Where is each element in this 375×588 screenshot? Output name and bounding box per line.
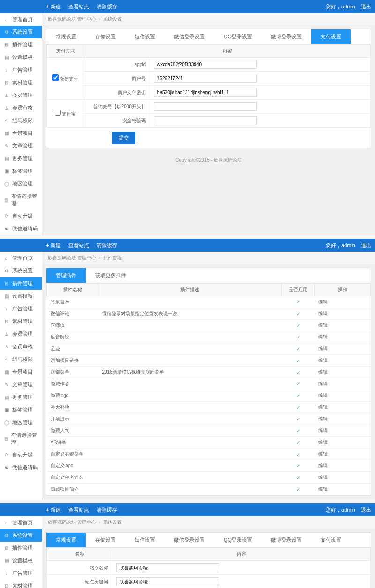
sidebar-item[interactable]: ⊞插件管理 [0, 542, 42, 554]
sidebar-item[interactable]: ◯地区管理 [0, 177, 42, 190]
clear-cache-link[interactable]: 清除缓存 [97, 507, 117, 514]
site-name-input[interactable] [116, 563, 219, 572]
plugin-name: 自定义作者姓名 [47, 472, 98, 484]
alipay-checkbox[interactable] [55, 110, 61, 116]
sidebar-item[interactable]: ☯微信邀请码 [0, 461, 42, 474]
tab[interactable]: 支付设置 [311, 533, 351, 547]
logout-link[interactable]: 退出 [361, 507, 371, 514]
sidebar-item[interactable]: ▤设置模板 [0, 290, 42, 302]
tab[interactable]: 常规设置 [46, 533, 86, 547]
edit-link[interactable]: 编辑 [318, 463, 328, 468]
sidebar-item[interactable]: ♪广告管理 [0, 64, 42, 76]
clear-cache-link[interactable]: 清除缓存 [97, 3, 117, 10]
tab[interactable]: 短信设置 [125, 29, 165, 44]
edit-link[interactable]: 编辑 [318, 369, 328, 375]
sidebar-item[interactable]: ♙会员审核 [0, 340, 42, 353]
tab[interactable]: 获取更多插件 [86, 268, 135, 283]
view-site-link[interactable]: 查看站点 [68, 3, 89, 10]
sidebar-item[interactable]: <组与权限 [0, 114, 42, 127]
panel-plugin-management: 新建 查看站点 清除缓存 您好，admin 退出 ⌂管理首页⚙系统设置⊞插件管理… [0, 239, 375, 500]
sidebar-item[interactable]: ▤财务管理 [0, 391, 42, 404]
new-button[interactable]: 新建 [46, 507, 61, 514]
greeting-text: 您好，admin [326, 3, 355, 10]
edit-link[interactable]: 编辑 [318, 486, 328, 492]
sign-account-input[interactable] [154, 102, 257, 111]
new-button[interactable]: 新建 [46, 3, 61, 10]
sidebar-item[interactable]: ⌂管理首页 [0, 13, 42, 26]
mchid-input[interactable] [154, 74, 257, 83]
sidebar-item[interactable]: ♙会员管理 [0, 328, 42, 340]
edit-link[interactable]: 编辑 [318, 334, 328, 339]
sidebar-item[interactable]: ⟳自动升级 [0, 210, 42, 222]
sidebar-icon: ⟳ [4, 213, 9, 219]
tab[interactable]: 微信登录设置 [165, 533, 214, 547]
sidebar-item[interactable]: ♙会员管理 [0, 89, 42, 102]
sidebar-item[interactable]: ◯地区管理 [0, 416, 42, 429]
tab[interactable]: 短信设置 [125, 533, 165, 547]
sidebar-item[interactable]: ⊡素材管理 [0, 315, 42, 328]
tab[interactable]: 微博登录设置 [262, 533, 311, 547]
sidebar-item[interactable]: ♪广告管理 [0, 567, 42, 580]
tab[interactable]: QQ登录设置 [214, 533, 262, 547]
edit-link[interactable]: 编辑 [318, 381, 328, 386]
edit-link[interactable]: 编辑 [318, 299, 328, 304]
tab[interactable]: 常规设置 [46, 29, 86, 44]
security-code-input[interactable] [154, 116, 257, 125]
sidebar-item[interactable]: ▤设置模板 [0, 51, 42, 64]
sidebar-item[interactable]: ✎文章管理 [0, 378, 42, 391]
tab[interactable]: 管理插件 [46, 268, 86, 283]
edit-link[interactable]: 编辑 [318, 323, 328, 328]
sidebar-item[interactable]: ⚙系统设置 [0, 529, 42, 542]
mchkey-input[interactable] [154, 88, 257, 97]
edit-link[interactable]: 编辑 [318, 393, 328, 398]
appid-input[interactable] [154, 60, 257, 69]
sidebar-item[interactable]: ⊡素材管理 [0, 76, 42, 89]
sidebar-item[interactable]: ⌂管理首页 [0, 252, 42, 265]
sidebar-item[interactable]: ⚙系统设置 [0, 265, 42, 277]
plugin-enabled-icon: ✓ [282, 472, 315, 484]
clear-cache-link[interactable]: 清除缓存 [97, 242, 117, 249]
view-site-link[interactable]: 查看站点 [68, 507, 89, 514]
sidebar-item[interactable]: ▣标签管理 [0, 404, 42, 416]
sidebar-item[interactable]: ☯微信邀请码 [0, 222, 42, 235]
edit-link[interactable]: 编辑 [318, 404, 328, 410]
logout-link[interactable]: 退出 [361, 242, 371, 249]
logout-link[interactable]: 退出 [361, 3, 371, 10]
sidebar-item[interactable]: ▦全景项目 [0, 366, 42, 378]
sidebar-item[interactable]: ⚙系统设置 [0, 26, 42, 38]
edit-link[interactable]: 编辑 [318, 440, 328, 445]
tab[interactable]: QQ登录设置 [214, 29, 262, 44]
sidebar-item[interactable]: ▣标签管理 [0, 165, 42, 177]
sidebar-item[interactable]: ⊞插件管理 [0, 38, 42, 51]
site-keywords-input[interactable] [116, 577, 219, 586]
submit-button[interactable]: 提交 [112, 132, 135, 144]
edit-link[interactable]: 编辑 [318, 451, 328, 456]
sidebar-item[interactable]: ⌂管理首页 [0, 516, 42, 529]
tab[interactable]: 存储设置 [86, 533, 125, 547]
edit-link[interactable]: 编辑 [318, 311, 328, 316]
sidebar-item[interactable]: ⊞插件管理 [0, 277, 42, 290]
tab[interactable]: 微信登录设置 [165, 29, 214, 44]
tab[interactable]: 微博登录设置 [262, 29, 311, 44]
sidebar-item[interactable]: ⟳自动升级 [0, 448, 42, 461]
sidebar-item[interactable]: ♙会员审核 [0, 102, 42, 114]
edit-link[interactable]: 编辑 [318, 346, 328, 351]
edit-link[interactable]: 编辑 [318, 428, 328, 433]
sidebar-item[interactable]: ▤财务管理 [0, 152, 42, 165]
sidebar-item[interactable]: ▦全景项目 [0, 127, 42, 140]
edit-link[interactable]: 编辑 [318, 475, 328, 480]
edit-link[interactable]: 编辑 [318, 416, 328, 421]
sidebar-item[interactable]: <组与权限 [0, 353, 42, 366]
sidebar-item[interactable]: ♪广告管理 [0, 302, 42, 315]
sidebar-item[interactable]: ⊡素材管理 [0, 580, 42, 588]
sidebar-item[interactable]: ▤有情链接管理 [0, 429, 42, 448]
sidebar-item[interactable]: ✎文章管理 [0, 140, 42, 152]
new-button[interactable]: 新建 [46, 242, 61, 249]
wechat-pay-checkbox[interactable] [52, 74, 59, 81]
sidebar-item[interactable]: ▤有情链接管理 [0, 190, 42, 210]
sidebar-item[interactable]: ▤设置模板 [0, 554, 42, 567]
tab[interactable]: 支付设置 [311, 29, 351, 44]
tab[interactable]: 存储设置 [86, 29, 125, 44]
edit-link[interactable]: 编辑 [318, 358, 328, 363]
view-site-link[interactable]: 查看站点 [68, 242, 89, 249]
